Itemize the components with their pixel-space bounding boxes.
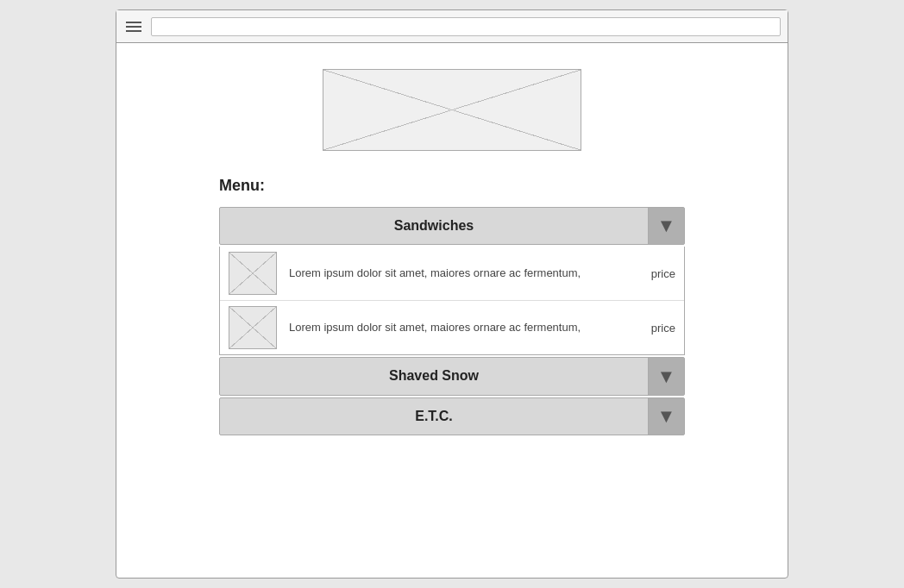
category-etc[interactable]: E.T.C. ▼: [219, 397, 685, 435]
menu-label: Menu:: [219, 177, 685, 195]
item-price-1: price: [651, 267, 675, 280]
category-sandwiches-label: Sandwiches: [220, 208, 648, 244]
item-description-2: Lorem ipsum dolor sit amet, maiores orna…: [289, 320, 643, 335]
menu-item[interactable]: Lorem ipsum dolor sit amet, maiores orna…: [220, 247, 684, 301]
hamburger-menu-icon[interactable]: [123, 19, 144, 34]
hero-image-placeholder: [323, 69, 581, 151]
browser-content: Menu: Sandwiches ▼ Lorem ipsum dolor sit…: [116, 43, 788, 578]
item-image-placeholder-1: [229, 252, 277, 295]
address-bar[interactable]: [151, 17, 781, 36]
arrow-down-icon: ▼: [657, 407, 676, 426]
category-shaved-snow-toggle[interactable]: ▼: [648, 358, 684, 394]
menu-section: Menu: Sandwiches ▼ Lorem ipsum dolor sit…: [219, 177, 685, 437]
browser-window: Menu: Sandwiches ▼ Lorem ipsum dolor sit…: [116, 9, 788, 579]
item-image-placeholder-2: [229, 306, 277, 349]
category-sandwiches[interactable]: Sandwiches ▼: [219, 207, 685, 245]
sandwiches-items-group: Lorem ipsum dolor sit amet, maiores orna…: [219, 247, 685, 355]
category-shaved-snow[interactable]: Shaved Snow ▼: [219, 357, 685, 395]
item-price-2: price: [651, 322, 675, 335]
item-description-1: Lorem ipsum dolor sit amet, maiores orna…: [289, 266, 643, 281]
arrow-down-icon: ▼: [657, 367, 676, 386]
category-sandwiches-toggle[interactable]: ▼: [648, 208, 684, 244]
menu-item[interactable]: Lorem ipsum dolor sit amet, maiores orna…: [220, 301, 684, 354]
category-shaved-snow-label: Shaved Snow: [220, 358, 648, 394]
category-etc-label: E.T.C.: [220, 398, 648, 435]
category-etc-toggle[interactable]: ▼: [648, 398, 684, 435]
browser-toolbar: [116, 10, 788, 43]
arrow-down-icon: ▼: [657, 216, 676, 235]
